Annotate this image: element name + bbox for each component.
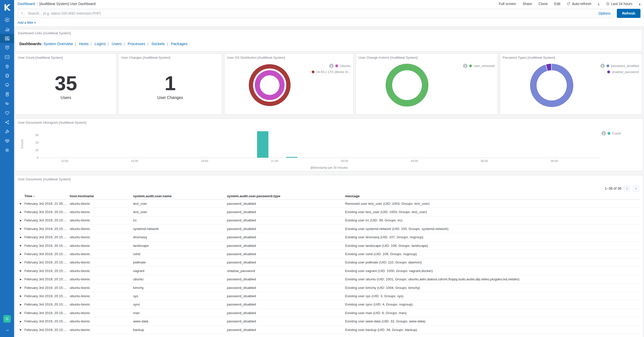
legend-expand-icon[interactable]: ❯ — [601, 131, 606, 136]
table-row[interactable]: ▶February 3rd 2019, 20:15:21.015ubuntu-b… — [18, 275, 640, 284]
expand-sidebar-icon[interactable]: → — [5, 327, 10, 332]
table-row[interactable]: ▶February 3rd 2019, 20:15:21.015ubuntu-b… — [18, 292, 640, 300]
prev-page-button[interactable]: ‹ — [623, 185, 630, 192]
expand-row-icon[interactable]: ▶ — [18, 303, 24, 306]
table-row[interactable]: ▶February 3rd 2019, 20:15:21.015ubuntu-b… — [18, 216, 640, 225]
legend-expand-icon[interactable]: ❯ — [463, 64, 467, 68]
space-badge[interactable]: D — [3, 315, 11, 323]
expand-row-icon[interactable]: ▶ — [18, 261, 24, 264]
search-input[interactable] — [27, 11, 596, 16]
expand-row-icon[interactable]: ▶ — [18, 227, 24, 230]
sidebar-item-timelion[interactable] — [0, 43, 14, 52]
table-row[interactable]: ▶February 3rd 2019, 20:15:21.015ubuntu-b… — [18, 258, 640, 267]
sidebar-item-maps[interactable] — [0, 62, 14, 71]
table-row[interactable]: ▶February 3rd 2019, 20:15:21.015ubuntu-b… — [18, 334, 640, 337]
search-box[interactable]: >_ Options — [18, 9, 614, 18]
column-header-message[interactable]: message — [345, 194, 640, 198]
column-header-system-audit-user-name[interactable]: system.audit.user.name — [133, 194, 227, 198]
legend-item-user-removed[interactable]: ❯user_removed — [463, 63, 495, 69]
column-header-host-hostname[interactable]: host.hostname — [70, 194, 133, 198]
cell-ptype: password_disabled — [227, 294, 345, 298]
expand-row-icon[interactable]: ▶ — [18, 278, 24, 281]
sidebar-item-dev-tools[interactable] — [0, 127, 14, 136]
table-row[interactable]: ▶February 3rd 2019, 20:15:21.015ubuntu-b… — [18, 242, 640, 250]
sort-caret-icon[interactable]: ▾ — [33, 195, 34, 198]
sidebar-item-visualize[interactable] — [0, 24, 14, 34]
dashboard-link-sockets[interactable]: Sockets — [151, 42, 165, 46]
legend-item-shadow-password[interactable]: shadow_password — [600, 69, 639, 75]
expand-row-icon[interactable]: ▶ — [18, 269, 24, 272]
table-row[interactable]: ▶February 3rd 2019, 20:15:21.015ubuntu-b… — [18, 233, 640, 242]
user-count-value: 35 — [55, 73, 77, 93]
query-options-link[interactable]: Options — [598, 11, 611, 15]
table-row[interactable]: ▶February 3rd 2019, 20:15:21.015ubuntu-b… — [18, 208, 640, 216]
histogram-bar[interactable] — [286, 157, 298, 158]
table-row[interactable]: ▶February 3rd 2019, 21:35:41.120ubuntu-b… — [18, 199, 640, 208]
table-row[interactable]: ▶February 3rd 2019, 20:15:21.015ubuntu-b… — [18, 326, 640, 334]
histogram-bar[interactable] — [257, 131, 268, 158]
legend-item-18-04-1-lts-bionic-b-[interactable]: 18.04.1 LTS (Bionic B... — [312, 69, 350, 75]
sidebar-item-monitoring[interactable] — [0, 136, 14, 146]
expand-row-icon[interactable]: ▶ — [18, 328, 24, 331]
clone-button[interactable]: Clone — [539, 2, 548, 6]
table-row[interactable]: ▶February 3rd 2019, 20:15:21.015ubuntu-b… — [18, 250, 640, 258]
column-header-time[interactable]: Time▾ — [24, 194, 70, 198]
legend-expand-icon[interactable]: ❯ — [600, 64, 605, 68]
share-button[interactable]: Share — [522, 2, 532, 6]
time-next-button[interactable]: › — [639, 2, 640, 6]
table-row[interactable]: ▶February 3rd 2019, 20:15:21.015ubuntu-b… — [18, 300, 640, 309]
top-header: Dashboard / [Auditbeat System] User Dash… — [14, 0, 644, 26]
expand-row-icon[interactable]: ▶ — [18, 253, 24, 255]
add-filter-button[interactable]: Add a filter + — [18, 21, 36, 24]
histogram-plot[interactable]: 010203012:0015:0018:0021:0000:0003:0006:… — [41, 130, 600, 158]
dashboard-link-logins[interactable]: Logins — [95, 42, 106, 46]
edit-button[interactable]: Edit — [554, 2, 560, 6]
sidebar-item-logs[interactable] — [0, 90, 14, 99]
sidebar-item-apm[interactable] — [0, 99, 14, 108]
expand-row-icon[interactable]: ▶ — [18, 320, 24, 323]
expand-row-icon[interactable]: ▶ — [18, 244, 24, 247]
dashboard-link-users[interactable]: Users — [112, 42, 122, 46]
expand-row-icon[interactable]: ▶ — [18, 202, 24, 205]
sidebar-item-canvas[interactable] — [0, 52, 14, 62]
dashboard-link-system-overview[interactable]: System Overview — [44, 42, 73, 46]
time-prev-button[interactable]: ‹ — [598, 2, 599, 6]
dashboard-link-hosts[interactable]: Hosts — [79, 42, 89, 46]
table-row[interactable]: ▶February 3rd 2019, 20:15:21.015ubuntu-b… — [18, 284, 640, 292]
expand-row-icon[interactable]: ▶ — [18, 295, 24, 297]
expand-row-icon[interactable]: ▶ — [18, 219, 24, 222]
expand-row-icon[interactable]: ▶ — [18, 211, 24, 213]
sidebar-item-management[interactable] — [0, 146, 14, 155]
time-range-picker[interactable]: Last 24 hours — [606, 2, 632, 6]
table-row[interactable]: ▶February 3rd 2019, 20:15:21.015ubuntu-b… — [18, 317, 640, 325]
legend-item-password-disabled[interactable]: ❯password_disabled — [600, 63, 639, 69]
password-types-donut[interactable] — [530, 64, 573, 107]
sidebar-item-uptime[interactable] — [0, 108, 14, 118]
sidebar-item-machine-learning[interactable] — [0, 71, 14, 80]
table-row[interactable]: ▶February 3rd 2019, 20:15:21.015ubuntu-b… — [18, 309, 640, 317]
kibana-logo[interactable]: K — [0, 0, 14, 15]
next-page-button[interactable]: › — [632, 185, 639, 192]
expand-row-icon[interactable]: ▶ — [18, 312, 24, 314]
cell-message: Existing user test_user (UID: 1003, Grou… — [345, 210, 640, 214]
sidebar-item-infrastructure[interactable] — [0, 80, 14, 90]
refresh-button[interactable]: Refresh — [617, 9, 640, 18]
expand-row-icon[interactable]: ▶ — [18, 286, 24, 289]
expand-row-icon[interactable]: ▶ — [18, 236, 24, 239]
column-header-system-audit-user-password-type[interactable]: system.audit.user.password.type — [227, 194, 345, 198]
user-removed-ring[interactable] — [386, 64, 428, 107]
table-row[interactable]: ▶February 3rd 2019, 20:15:21.015ubuntu-b… — [18, 267, 640, 275]
sidebar-item-graph[interactable] — [0, 118, 14, 127]
sidebar-item-discover[interactable] — [0, 15, 14, 24]
sidebar-item-dashboard[interactable] — [0, 34, 14, 43]
breadcrumb-dashboard-link[interactable]: Dashboard — [18, 2, 35, 6]
table-row[interactable]: ▶February 3rd 2019, 20:15:21.015ubuntu-b… — [18, 225, 640, 233]
legend-expand-icon[interactable]: ❯ — [329, 64, 334, 68]
count-legend-label[interactable]: Count — [612, 131, 621, 135]
auto-refresh-button[interactable]: Auto-refresh — [567, 2, 591, 6]
os-name-ring[interactable] — [255, 70, 285, 100]
full-screen-button[interactable]: Full screen — [499, 2, 516, 6]
legend-item-ubuntu[interactable]: ❯Ubuntu — [312, 63, 350, 69]
dashboard-link-processes[interactable]: Processes — [128, 42, 145, 46]
dashboard-link-packages[interactable]: Packages — [171, 42, 187, 46]
